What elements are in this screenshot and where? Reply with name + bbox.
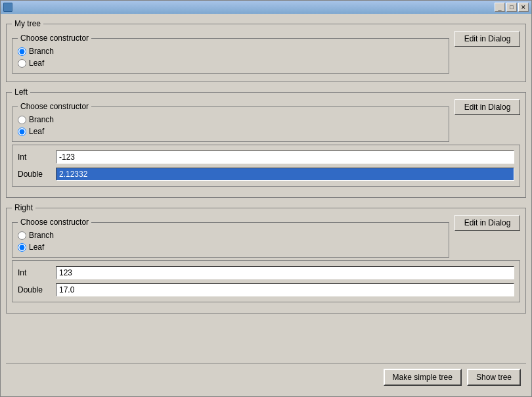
maximize-button[interactable]: □ — [506, 3, 517, 12]
left-int-row: Int — [18, 151, 514, 164]
left-branch-label: Branch — [29, 115, 54, 124]
right-row: Choose constructor Branch Leaf — [12, 215, 520, 260]
left-fields-area: Int Double — [12, 145, 520, 187]
my-tree-row: Choose constructor Branch Leaf — [12, 31, 520, 76]
my-tree-branch-option[interactable]: Branch — [18, 47, 443, 56]
right-double-input[interactable] — [56, 283, 514, 296]
right-branch-radio[interactable] — [18, 231, 26, 240]
my-tree-legend: My tree — [12, 19, 43, 28]
right-branch-option[interactable]: Branch — [18, 231, 443, 240]
left-double-label: Double — [18, 170, 51, 179]
left-legend: Left — [12, 87, 30, 97]
main-window: _ □ ✕ My tree Choose constructor — [0, 0, 532, 397]
left-row: Choose constructor Branch Leaf — [12, 99, 520, 145]
minimize-button[interactable]: _ — [495, 3, 505, 12]
left-double-input[interactable] — [56, 168, 514, 181]
title-bar-controls: _ □ ✕ — [495, 3, 529, 12]
right-constructor-legend: Choose constructor — [18, 218, 91, 227]
my-tree-section: My tree Choose constructor Branch — [6, 19, 526, 82]
my-tree-leaf-radio[interactable] — [18, 59, 26, 68]
right-radio-group: Branch Leaf — [18, 229, 443, 252]
right-section: Right Choose constructor Branch — [6, 203, 526, 314]
right-leaf-label: Leaf — [29, 243, 44, 252]
right-branch-label: Branch — [29, 231, 54, 240]
left-leaf-radio[interactable] — [18, 128, 26, 136]
right-double-row: Double — [18, 283, 514, 296]
my-tree-branch-label: Branch — [29, 47, 54, 56]
left-constructor-legend: Choose constructor — [18, 102, 91, 111]
close-button[interactable]: ✕ — [518, 3, 529, 12]
title-bar: _ □ ✕ — [1, 1, 531, 14]
right-int-row: Int — [18, 266, 514, 279]
right-leaf-option[interactable]: Leaf — [18, 243, 443, 252]
right-double-label: Double — [18, 285, 51, 294]
window-content: My tree Choose constructor Branch — [1, 14, 531, 396]
right-edit-button[interactable]: Edit in Dialog — [454, 215, 520, 231]
right-leaf-radio[interactable] — [18, 243, 26, 252]
my-tree-leaf-label: Leaf — [29, 58, 44, 68]
my-tree-constructor: Choose constructor Branch Leaf — [12, 31, 449, 76]
my-tree-choose-constructor: Choose constructor Branch Leaf — [12, 34, 449, 74]
left-edit-button[interactable]: Edit in Dialog — [454, 99, 520, 115]
right-legend: Right — [12, 203, 35, 212]
right-choose-constructor: Choose constructor Branch Leaf — [12, 218, 449, 258]
right-int-input[interactable] — [56, 266, 514, 279]
left-section: Left Choose constructor Branch — [6, 87, 526, 198]
left-int-label: Int — [18, 152, 51, 162]
make-simple-tree-button[interactable]: Make simple tree — [384, 369, 462, 386]
title-bar-icon — [3, 3, 12, 12]
right-int-label: Int — [18, 268, 51, 277]
left-branch-option[interactable]: Branch — [18, 115, 443, 124]
my-tree-branch-radio[interactable] — [18, 47, 26, 56]
left-branch-radio[interactable] — [18, 116, 26, 124]
right-constructor: Choose constructor Branch Leaf — [12, 215, 449, 260]
my-tree-radio-group: Branch Leaf — [18, 45, 443, 68]
left-choose-constructor: Choose constructor Branch Leaf — [12, 102, 449, 142]
left-leaf-label: Leaf — [29, 127, 44, 136]
right-fields-area: Int Double — [12, 260, 520, 302]
my-tree-constructor-legend: Choose constructor — [18, 34, 91, 43]
left-constructor: Choose constructor Branch Leaf — [12, 99, 449, 145]
my-tree-leaf-option[interactable]: Leaf — [18, 58, 443, 68]
left-radio-group: Branch Leaf — [18, 114, 443, 136]
bottom-bar: Make simple tree Show tree — [6, 363, 526, 391]
left-double-row: Double — [18, 168, 514, 181]
main-sections: My tree Choose constructor Branch — [6, 19, 526, 363]
left-leaf-option[interactable]: Leaf — [18, 127, 443, 136]
my-tree-edit-button[interactable]: Edit in Dialog — [454, 31, 520, 47]
left-int-input[interactable] — [56, 151, 514, 164]
show-tree-button[interactable]: Show tree — [467, 369, 521, 386]
